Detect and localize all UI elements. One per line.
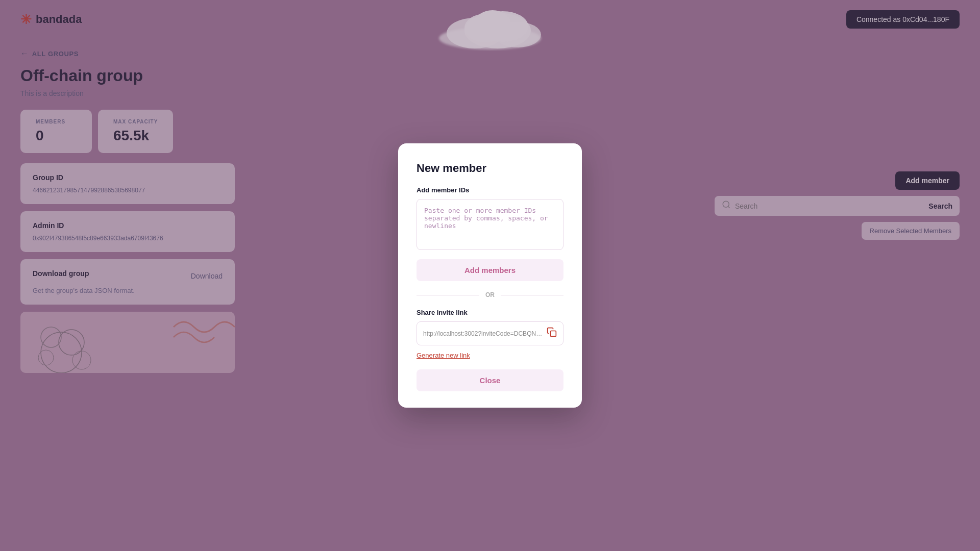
svg-rect-15 bbox=[551, 331, 556, 337]
modal-title: New member bbox=[416, 162, 564, 175]
add-member-ids-label: Add member IDs bbox=[416, 186, 564, 194]
member-ids-textarea[interactable] bbox=[416, 199, 564, 250]
share-invite-label: Share invite link bbox=[416, 309, 564, 316]
or-divider: OR bbox=[416, 291, 564, 298]
divider-line-left bbox=[416, 295, 479, 295]
new-member-modal: New member Add member IDs Add members OR… bbox=[398, 143, 582, 408]
invite-link-text: http://localhost:3002?inviteCode=DCBQNAB… bbox=[423, 330, 543, 337]
add-members-button[interactable]: Add members bbox=[416, 259, 564, 281]
modal-backdrop: New member Add member IDs Add members OR… bbox=[0, 0, 980, 551]
divider-line-right bbox=[501, 295, 564, 295]
close-button[interactable]: Close bbox=[416, 369, 564, 391]
copy-icon[interactable] bbox=[547, 327, 557, 340]
invite-link-row: http://localhost:3002?inviteCode=DCBQNAB… bbox=[416, 321, 564, 345]
generate-link[interactable]: Generate new link bbox=[416, 352, 470, 359]
divider-text: OR bbox=[485, 291, 495, 298]
